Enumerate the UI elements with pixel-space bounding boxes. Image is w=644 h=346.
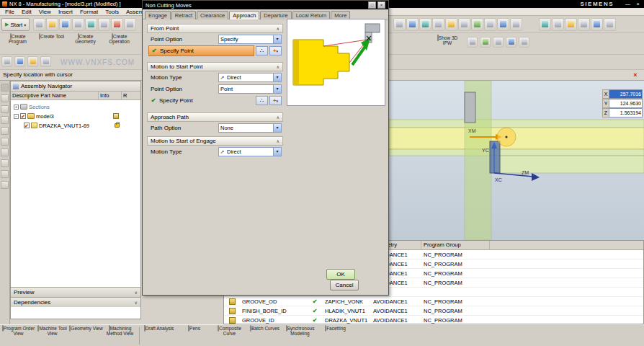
create-tool-button[interactable]: Create Tool [35,34,68,54]
from-point-section-header[interactable]: From Point ∧ [147,24,283,33]
table-row[interactable]: GROOVE_ID ✔ DRAZKA_VNUT1 AVOIDANCE1 NC_P… [224,316,643,325]
tab-clearance[interactable]: Clearance [197,11,228,19]
machine-tool-view-button[interactable]: Machine Tool View [35,326,69,346]
assembly-navigator-header[interactable]: Assembly Navigator [11,81,140,92]
toolbar-icon[interactable] [519,37,529,48]
expander-icon[interactable]: + [14,105,19,110]
toolbar-icon[interactable] [497,18,509,31]
z-coordinate-field[interactable]: 1.563194 [609,108,643,117]
approach-path-header[interactable]: Approach Path ∧ [147,112,283,122]
tree-item-sections[interactable]: + Sections [14,102,50,111]
x-coordinate-field[interactable]: 257.7016 [609,89,643,99]
point-dialog-button[interactable]: ∴ [256,46,268,56]
table-row[interactable]: FINISH_BORE_ID ✔ HLADIK_VNUT1 AVOIDANCE1… [224,306,643,316]
dependencies-panel-bar[interactable]: Dependencies ∨ [11,297,140,307]
navigator-tab-icon[interactable] [1,105,9,113]
navigator-tab-icon[interactable] [1,159,9,167]
toolbar-icon[interactable] [1,56,12,67]
part-face-strip-bottom[interactable] [389,149,644,156]
collapse-icon[interactable]: ∧ [277,115,279,120]
composite-curve-button[interactable]: Composite Curve [213,326,246,346]
menu-view[interactable]: View [35,9,55,15]
toolbar-icon[interactable] [604,18,616,31]
toolbar-icon[interactable] [471,18,483,31]
toolbar-icon[interactable] [85,18,97,31]
toolbar-icon[interactable] [591,18,603,31]
viewport-close-icon[interactable]: × [631,71,640,79]
pens-button[interactable]: Pens [177,326,211,346]
toolbar-icon[interactable] [493,37,504,48]
menu-file[interactable]: File [1,9,18,15]
toolbar-icon[interactable] [393,18,406,31]
toolbar-icon[interactable] [458,18,470,31]
navigator-tab-icon[interactable] [1,181,9,189]
navigator-tab-icon[interactable] [1,170,9,178]
point-dialog-button[interactable]: ∴ [256,96,268,105]
toolbar-icon[interactable] [506,37,516,48]
collapse-icon[interactable]: ∧ [277,64,279,69]
geometry-view-button[interactable]: Geometry View [69,326,103,346]
point-constructor-button[interactable]: +▾ [269,46,282,56]
menu-tools[interactable]: Tools [102,9,122,15]
checkbox-checked-icon[interactable]: ✔ [24,123,30,128]
tab-retract[interactable]: Retract [171,11,196,19]
tree-item-model3[interactable]: - ✔ model3 [14,112,54,120]
navigator-tab-icon[interactable] [1,138,9,146]
part-band-yellow[interactable] [389,128,644,149]
minimize-icon[interactable]: — [624,1,632,6]
y-coordinate-field[interactable]: 124.9630 [609,99,643,108]
caret-down-icon[interactable]: ▾ [273,74,281,81]
column-info[interactable]: Info [99,92,122,99]
toolbar-icon[interactable] [124,18,136,31]
menu-insert[interactable]: Insert [55,9,76,15]
collapse-icon[interactable]: ∧ [277,138,279,143]
toolbar-icon[interactable] [111,18,123,31]
part-face-strip-top[interactable] [389,120,644,128]
toolbar-icon[interactable] [565,18,577,31]
program-order-view-button[interactable]: Program Order View [1,326,35,346]
tool-holder[interactable] [465,92,475,123]
close-icon[interactable]: × [634,1,642,6]
tab-approach[interactable]: Approach [229,11,259,19]
create-geometry-button[interactable]: Create Geometry [69,34,102,54]
navigator-tab-icon[interactable] [1,84,9,92]
motion-type-select[interactable]: ↗ Direct ▾ [218,147,282,156]
toolbar-icon[interactable] [27,56,38,67]
motion-type-select[interactable]: ↗ Direct ▾ [218,73,282,82]
show-3d-ipw-button[interactable]: Show 3D IPW [432,35,462,51]
batch-curves-button[interactable]: Batch Curves [248,326,282,346]
toolbar-icon[interactable] [40,56,51,67]
draft-analysis-button[interactable]: Draft Analysis [142,326,176,346]
navigator-tab-icon[interactable] [1,127,9,135]
path-option-select[interactable]: None ▾ [218,123,282,133]
toolbar-icon[interactable] [46,18,58,31]
tab-engage[interactable]: Engage [145,11,171,19]
toolbar-icon[interactable] [59,18,71,31]
toolbar-icon[interactable] [14,56,25,67]
cancel-button[interactable]: Cancel [330,280,359,290]
caret-down-icon[interactable]: ▾ [273,35,281,43]
expander-icon[interactable]: - [14,114,19,119]
motion-to-engage-header[interactable]: Motion to Start of Engage ∧ [147,136,283,146]
motion-to-start-point-header[interactable]: Motion to Start Point ∧ [147,62,283,71]
caret-down-icon[interactable]: ▾ [273,124,281,132]
navigator-tab-icon[interactable] [1,148,9,156]
caret-down-icon[interactable]: ▾ [273,85,281,93]
toolbar-icon[interactable] [406,18,419,31]
preview-panel-bar[interactable]: Preview ∨ [11,287,140,297]
specify-point-row[interactable]: ✔ Specify Point ∴ +▾ [147,45,283,56]
toolbar-icon[interactable] [98,18,110,31]
point-option-select[interactable]: Specify ▾ [218,35,282,44]
toolbar-icon[interactable] [33,18,45,31]
navigator-tab-icon[interactable] [1,94,9,102]
toolbar-icon[interactable] [552,18,564,31]
header-program-group[interactable]: Program Group [421,241,490,249]
toolbar-icon[interactable] [445,18,457,31]
dialog-titlebar[interactable]: Non Cutting Moves □ × [143,1,388,9]
part-face-right[interactable] [491,156,644,173]
synchronous-modeling-button[interactable]: Synchronous Modeling [283,326,317,346]
point-option-select[interactable]: Point ▾ [218,84,282,94]
menu-format[interactable]: Format [76,9,102,15]
navigator-tab-icon[interactable] [1,116,9,124]
specify-point-highlight[interactable]: ✔ Specify Point [148,45,254,56]
